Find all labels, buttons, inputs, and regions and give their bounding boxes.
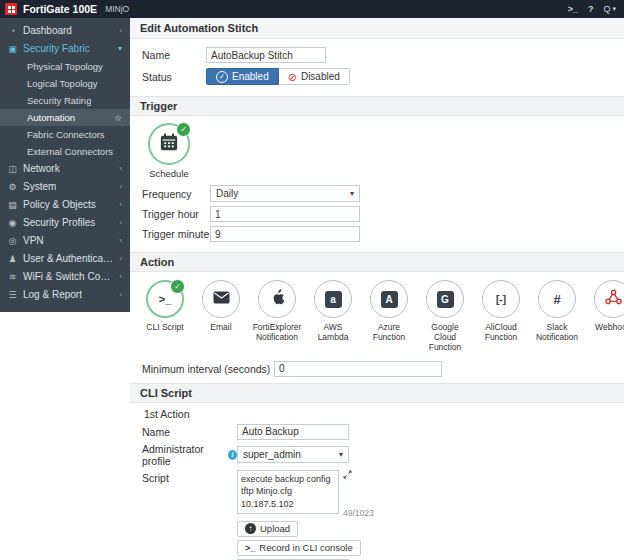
action-option-fortiexplorer-notification[interactable]: FortiExplorer Notification [254, 280, 300, 353]
wifi-icon: ≋ [7, 271, 18, 283]
sidebar-item-fabric-connectors[interactable]: Fabric Connectors [0, 126, 130, 143]
trigger-minute-input[interactable] [210, 226, 360, 242]
action-label: AWS Lambda [310, 322, 356, 342]
chevron-right-icon: › [119, 163, 122, 175]
sidebar-item-user-authentication[interactable]: ♟ User & Authentication › [0, 250, 130, 268]
cli-section-header: CLI Script [130, 383, 624, 403]
first-action-label: 1st Action [144, 408, 612, 420]
sidebar-item-log-report[interactable]: ☰ Log & Report › [0, 286, 130, 304]
sidebar-item-network[interactable]: ◫ Network › [0, 160, 130, 178]
action-label: FortiExplorer Notification [253, 322, 302, 342]
script-textarea[interactable]: execute backup config tftp Minjo.cfg 10.… [237, 470, 339, 514]
fortinet-logo [5, 3, 17, 15]
chevron-right-icon: › [119, 271, 122, 283]
cli-name-input[interactable] [237, 424, 349, 440]
help-icon[interactable]: ? [588, 4, 594, 14]
expand-icon[interactable] [343, 470, 374, 480]
security-fabric-icon: ▣ [7, 43, 18, 55]
action-label: AliCloud Function [478, 322, 524, 342]
action-label: Azure Function [366, 322, 412, 342]
trigger-hour-input[interactable] [210, 206, 360, 222]
action-list: >_ ✓ CLI Script Email FortiExplorer Noti… [142, 280, 612, 353]
sidebar-item-vpn[interactable]: ◎ VPN › [0, 232, 130, 250]
upload-arrow-icon: ↑ [245, 523, 256, 534]
action-circle: # [538, 280, 576, 318]
enabled-label: Enabled [232, 71, 269, 82]
disabled-slash-icon: ⊘ [288, 72, 297, 82]
sidebar-item-physical-topology[interactable]: Physical Topology [0, 58, 130, 75]
sidebar-item-security-profiles[interactable]: ◉ Security Profiles › [0, 214, 130, 232]
action-circle: a [314, 280, 352, 318]
action-option-email[interactable]: Email [198, 280, 244, 353]
frequency-value: Daily [216, 188, 238, 199]
chevron-right-icon: › [119, 289, 122, 301]
dashboard-icon: ◔ [7, 25, 18, 37]
status-toggle: ✓ Enabled ⊘ Disabled [206, 68, 350, 85]
chevron-right-icon: › [119, 25, 122, 37]
info-icon: i [228, 450, 237, 460]
sidebar-item-label: Log & Report [23, 289, 82, 301]
sidebar-item-security-rating[interactable]: Security Rating [0, 92, 130, 109]
cli-console-icon[interactable]: >_ [568, 4, 578, 14]
device-model: FortiGate 100E [23, 3, 97, 15]
system-icon: ⚙ [7, 181, 18, 193]
network-icon: ◫ [7, 163, 18, 175]
sidebar-item-policy-objects[interactable]: ▤ Policy & Objects › [0, 196, 130, 214]
policy-icon: ▤ [7, 199, 18, 211]
action-option-cli-script[interactable]: >_ ✓ CLI Script [142, 280, 188, 353]
topbar-actions: >_ ? Q ▾ [568, 4, 616, 14]
trigger-minute-label: Trigger minute [142, 228, 210, 240]
action-label: Email [210, 322, 231, 342]
aws-lambda-icon: a [325, 291, 342, 308]
sidebar-item-label: VPN [23, 235, 44, 247]
action-option-slack-notification[interactable]: # Slack Notification [534, 280, 580, 353]
frequency-select[interactable]: Daily ▾ [210, 185, 360, 202]
upload-label: Upload [260, 523, 290, 534]
action-option-aws-lambda[interactable]: a AWS Lambda [310, 280, 356, 353]
action-circle [202, 280, 240, 318]
sidebar-item-wifi-switch-controller[interactable]: ≋ WiFi & Switch Controller › [0, 268, 130, 286]
google-cloud-icon: G [437, 291, 454, 308]
admin-profile-label: Administrator profile i [142, 443, 237, 467]
min-interval-input[interactable] [274, 361, 442, 377]
sidebar-item-label: Policy & Objects [23, 199, 96, 211]
fortinet-grid-icon [8, 6, 15, 13]
sidebar-item-dashboard[interactable]: ◔ Dashboard › [0, 22, 130, 40]
user-icon: ♟ [7, 253, 18, 265]
action-option-alicloud-function[interactable]: [-] AliCloud Function [478, 280, 524, 353]
cli-terminal-icon: >_ [159, 293, 172, 305]
action-option-webhook[interactable]: Webhook [590, 280, 624, 353]
user-menu[interactable]: Q ▾ [603, 4, 616, 14]
sidebar-item-security-fabric[interactable]: ▣ Security Fabric ▾ [0, 40, 130, 58]
action-label: Webhook [595, 322, 624, 342]
favorite-star-icon: ☆ [114, 112, 122, 124]
cli-name-label: Name [142, 426, 237, 438]
action-circle [258, 280, 296, 318]
selected-check-badge: ✓ [170, 279, 185, 294]
sidebar-item-system[interactable]: ⚙ System › [0, 178, 130, 196]
chevron-right-icon: › [119, 199, 122, 211]
action-section-header: Action [130, 252, 624, 272]
disabled-label: Disabled [301, 71, 340, 82]
action-section: >_ ✓ CLI Script Email FortiExplorer Noti… [130, 272, 624, 383]
email-icon [213, 290, 230, 308]
action-circle: G [426, 280, 464, 318]
stitch-form: Name Status ✓ Enabled ⊘ Disabled [130, 39, 624, 96]
alicloud-icon: [-] [496, 294, 506, 305]
sidebar-item-logical-topology[interactable]: Logical Topology [0, 75, 130, 92]
apple-icon [270, 289, 285, 310]
status-disabled-button[interactable]: ⊘ Disabled [279, 68, 350, 85]
sidebar-item-external-connectors[interactable]: External Connectors [0, 143, 130, 160]
slack-icon: # [553, 292, 560, 307]
selected-check-badge: ✓ [176, 122, 191, 137]
frequency-label: Frequency [142, 188, 210, 200]
sidebar-item-automation[interactable]: Automation ☆ [0, 109, 130, 126]
status-enabled-button[interactable]: ✓ Enabled [206, 68, 279, 85]
stitch-name-input[interactable] [206, 47, 326, 63]
admin-profile-select[interactable]: super_admin ▾ [237, 446, 349, 463]
action-option-google-cloud-function[interactable]: G Google Cloud Function [422, 280, 468, 353]
action-option-azure-function[interactable]: A Azure Function [366, 280, 412, 353]
upload-button[interactable]: ↑ Upload [237, 521, 298, 537]
record-cli-button[interactable]: >_ Record in CLI console [237, 540, 361, 556]
trigger-schedule-option[interactable]: ✓ Schedule [144, 123, 194, 179]
